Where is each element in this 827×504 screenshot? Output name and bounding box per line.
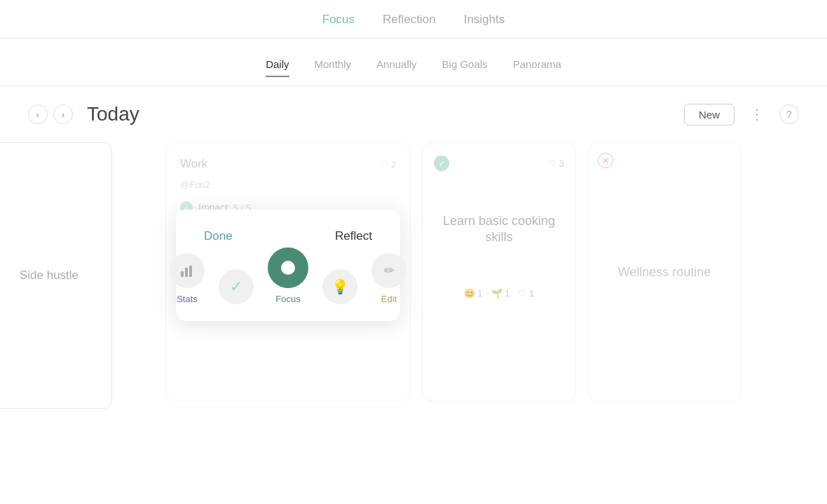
work-card-tag: @Fun2 <box>180 179 396 190</box>
cooking-card-title: Learn basic cooking skills <box>434 213 564 246</box>
focus-label: Focus <box>275 294 300 304</box>
header-row: ‹ › Today New ⋮ ? <box>28 103 799 125</box>
focus-icon <box>268 247 308 288</box>
nav-insights[interactable]: Insights <box>464 13 505 27</box>
stats-label: Stats <box>177 294 198 304</box>
page-title: Today <box>87 103 139 125</box>
popup-labels-row: Done Reflect <box>197 229 379 243</box>
work-card-wrapper: Work ♡ 2 @Fun2 ✓ Impact: 5 / 5 ✓ Growth:… <box>165 142 411 402</box>
svg-rect-0 <box>181 271 184 277</box>
wellness-x-icon: ✕ <box>598 153 613 168</box>
nav-arrows: ‹ › <box>28 104 73 124</box>
cards-row: Side hustle Work ♡ 2 @Fun2 ✓ Impact: 5 /… <box>28 142 799 409</box>
reflect-action[interactable]: 💡 <box>322 269 357 304</box>
tab-monthly[interactable]: Monthly <box>315 58 352 77</box>
wellness-title: Wellness routine <box>618 265 711 280</box>
tab-daily[interactable]: Daily <box>266 58 289 77</box>
edit-label: Edit <box>381 294 397 304</box>
work-card-header: Work ♡ 2 <box>180 157 396 171</box>
work-card-count: ♡ 2 <box>380 159 396 170</box>
header-right: New ⋮ ? <box>684 103 799 125</box>
help-button[interactable]: ? <box>779 104 799 124</box>
tab-panorama[interactable]: Panorama <box>513 58 561 77</box>
cooking-footer: 😊 1 🌱 1 ♡ 1 <box>434 288 564 299</box>
focus-action[interactable]: Focus <box>268 247 308 304</box>
tab-annually[interactable]: Annually <box>376 58 417 77</box>
popup-menu: Done Reflect Stats <box>176 210 400 321</box>
svg-rect-2 <box>189 266 192 277</box>
next-button[interactable]: › <box>53 104 73 124</box>
wellness-card[interactable]: ✕ Wellness routine <box>587 142 741 402</box>
done-check-icon: ✓ <box>219 269 254 304</box>
cooking-check-icon: ✓ <box>434 156 449 171</box>
reflect-icon: 💡 <box>322 269 357 304</box>
cooking-footer-emoji: 😊 1 <box>464 288 483 299</box>
cooking-footer-heart: ♡ 1 <box>518 288 534 299</box>
more-options-button[interactable]: ⋮ <box>746 103 768 125</box>
work-card-title: Work <box>180 157 207 171</box>
done-label: Done <box>204 229 233 243</box>
side-hustle-title: Side hustle <box>20 268 78 282</box>
prev-button[interactable]: ‹ <box>28 104 48 124</box>
edit-action[interactable]: ✏ Edit <box>371 253 406 304</box>
new-button[interactable]: New <box>684 104 734 125</box>
stats-icon <box>170 253 205 288</box>
edit-icon: ✏ <box>371 253 406 288</box>
cooking-card[interactable]: ✓ ♡ 3 Learn basic cooking skills 😊 1 🌱 1… <box>422 142 576 402</box>
popup-actions: Stats ✓ Focus 💡 <box>170 247 406 304</box>
tab-big-goals[interactable]: Big Goals <box>442 58 488 77</box>
svg-rect-1 <box>185 268 188 277</box>
cooking-card-header: ✓ ♡ 3 <box>434 156 564 171</box>
side-hustle-card[interactable]: Side hustle <box>0 142 112 409</box>
cooking-footer-growth: 🌱 1 <box>491 288 510 299</box>
stats-action[interactable]: Stats <box>170 253 205 304</box>
nav-reflection[interactable]: Reflection <box>383 13 436 27</box>
sub-tabs: Daily Monthly Annually Big Goals Panoram… <box>0 39 827 86</box>
top-navigation: Focus Reflection Insights <box>0 0 827 39</box>
cooking-count: ♡ 3 <box>548 158 564 169</box>
nav-focus[interactable]: Focus <box>322 13 355 27</box>
main-area: ‹ › Today New ⋮ ? Side hustle Work ♡ 2 @… <box>0 86 827 409</box>
reflect-label: Reflect <box>335 229 372 243</box>
done-action[interactable]: ✓ <box>219 269 254 304</box>
